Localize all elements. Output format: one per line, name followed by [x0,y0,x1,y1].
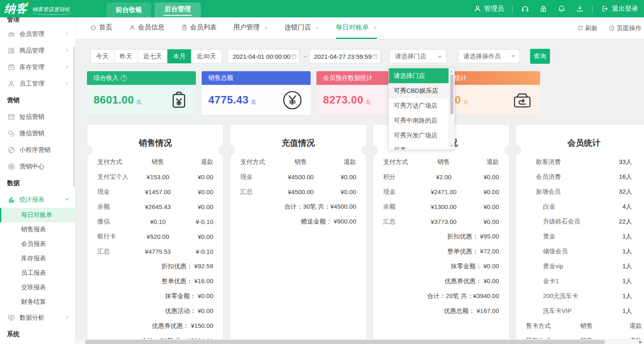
scroll-up-arrow-icon[interactable]: ▲ [449,69,454,74]
close-icon[interactable]: × [374,24,377,31]
summary-cards: 综合收入?8601.00元销售总额4775.43元会员预存数据统计8273.00… [87,71,540,115]
help-icon[interactable]: ? [121,75,127,81]
divider [512,5,513,12]
sidebar-item-营销中心[interactable]: 营销中心 [0,158,75,175]
tabbar-actions: 刷新 页面操作 [577,17,642,39]
logout-label: 退出登录 [612,5,638,13]
store-option-可秀CBD娱乐店[interactable]: 可秀CBD娱乐店 [389,83,449,98]
sidebar-subitem-每日对账单[interactable]: 每日对账单 [0,208,75,222]
tab-label: 会员列表 [190,23,217,32]
store-option-可秀[interactable]: 可秀 [389,143,449,149]
sidebar-subitem-财务结算[interactable]: 财务结算 [0,295,75,309]
tab-首页[interactable]: 首页 [90,17,112,39]
date-from-input[interactable]: 2021-04-01 00:00:00 [228,49,299,63]
tab-会员信息[interactable]: 会员信息 [129,17,164,39]
dropdown-scrollbar-thumb[interactable] [450,75,453,114]
report-panels: 销售情况支付方式销售退款支付宝个人¥153.00¥0.00现金¥1457.00¥… [87,124,644,344]
sidebar-item-label: 员工管理 [19,80,44,88]
summary-card-unit: 元 [365,94,371,106]
stat-row: 黄金1人 [526,229,642,244]
store-option-可秀中南路的店[interactable]: 可秀中南路的店 [389,113,449,128]
sidebar-scrollbar[interactable] [73,46,75,187]
download-icon[interactable] [576,5,584,13]
close-icon[interactable]: × [316,24,319,31]
app-header: 纳客 纳客管店更轻松 前台收银后台管理 管理员 退出登录 [0,0,644,17]
quick-range-本月[interactable]: 本月 [167,49,191,63]
quick-range-近30天[interactable]: 近30天 [191,49,222,63]
horizontal-scrollbar-thumb[interactable] [85,340,605,344]
store-option-可秀兴发广场店[interactable]: 可秀兴发广场店 [389,128,449,143]
store-option-可秀万达广场店[interactable]: 可秀万达广场店 [389,98,449,113]
quick-range-group: 今天昨天近七天本月近30天 [90,49,222,63]
table-row: 现金¥4500.00¥0.00 [240,169,356,184]
store-dropdown: 请选择门店可秀CBD娱乐店可秀万达广场店可秀中南路的店可秀兴发广场店可秀 ▲ ▼ [388,68,455,150]
summary-card-value: 4775.43 [208,94,248,106]
sidebar-subitem-销售报表[interactable]: 销售报表 [0,222,75,237]
refresh-button[interactable]: 刷新 [577,24,598,32]
bell-icon[interactable] [557,5,566,13]
table-row: 汇总¥4775.53¥-0.10 [97,244,213,259]
sidebar-item-统计报表[interactable]: 统计报表 [0,191,75,208]
stat-row: 散客消费33人 [526,154,642,169]
table-header-row: 支付方式销售退款 [383,154,499,169]
table-row: 微信¥0.10¥-0.10 [97,214,213,229]
panel-summary: 折扣优惠： ¥95.00整单优惠： ¥72.00抹零金额： ¥0.00优惠券优惠… [373,229,509,318]
summary-line: 优惠券优惠： ¥150.00 [97,318,213,333]
close-icon[interactable]: × [264,24,268,31]
tab-每日对账单[interactable]: 每日对账单× [336,17,377,39]
sidebar-item-label: 库存管理 [19,63,44,71]
sms-icon [7,113,15,121]
sidebar-item-员工管理[interactable]: 员工管理 [0,75,75,92]
store-select[interactable]: 请选择门店 [390,49,446,63]
header-nav-tab[interactable]: 前台收银 [106,2,151,17]
list-icon [181,24,188,31]
summary-line: 优惠券优惠： ¥0.00 [383,274,499,289]
header-nav-tab[interactable]: 后台管理 [154,2,201,17]
stat-row: 储值会员1人 [526,244,642,259]
logout-button[interactable]: 退出登录 [601,5,638,13]
sidebar-subitem-库存报表[interactable]: 库存报表 [0,251,75,266]
summary-line: 赠送金额： ¥900.00 [240,214,356,229]
header-nav: 前台收银后台管理 [106,0,204,17]
sidebar-item-库存管理[interactable]: 库存管理 [0,59,75,75]
user-menu[interactable]: 管理员 [473,5,504,13]
quick-range-近七天[interactable]: 近七天 [137,49,168,63]
sidebar-item-会员管理[interactable]: 会员管理 [0,26,75,42]
calendar-icon [371,53,379,60]
divider [592,5,593,12]
scroll-down-arrow-icon[interactable]: ▼ [449,144,454,149]
summary-card-body: 4775.43元 [202,85,311,115]
headset-icon[interactable] [521,5,529,13]
summary-line: 合计：30笔 共：¥4500.00 [240,199,356,214]
quick-range-昨天[interactable]: 昨天 [114,49,138,63]
calendar-icon [290,53,297,60]
tab-会员列表[interactable]: 会员列表 [181,17,217,39]
table-row: 余额¥2645.43¥0.00 [97,199,213,214]
store-option-请选择门店[interactable]: 请选择门店 [389,68,449,83]
sidebar-subitem-会员报表[interactable]: 会员报表 [0,237,75,251]
horizontal-scrollbar: ▶ [76,339,644,344]
stat-row: 200元洗车卡1人 [526,289,642,303]
tab-连锁门店[interactable]: 连锁门店× [285,17,319,39]
scroll-right-arrow-icon[interactable]: ▶ [638,339,643,344]
sidebar-section-label: 系统 [0,326,75,342]
summary-card-title: 销售总额 [208,74,233,82]
operator-select[interactable]: 请选择操作员 [458,49,520,63]
sidebar-subitem-交班报表[interactable]: 交班报表 [0,280,75,295]
sidebar-item-数据分析[interactable]: 数据分析 [0,309,75,326]
table-row: 积分¥2.00¥0.00 [383,169,499,184]
sidebar-item-商品管理[interactable]: 商品管理 [0,42,75,59]
sidebar-item-小程序营销[interactable]: 小程序营销 [0,142,75,158]
tab-用户管理[interactable]: 用户管理× [233,17,268,39]
search-button[interactable]: 查询 [530,49,550,64]
quick-range-今天[interactable]: 今天 [90,49,114,63]
lock-icon[interactable] [539,5,548,13]
summary-card-value: 8601.00 [94,94,134,106]
sidebar-item-微信营销[interactable]: 微信营销 [0,125,75,142]
sidebar-item-短信营销[interactable]: 短信营销 [0,108,75,125]
page-ops-button[interactable]: 页面操作 [608,24,642,32]
store-select-value: 请选择门店 [395,53,426,60]
date-to-input[interactable]: 2021-04-27 23:59:59 [309,49,381,63]
sidebar-subitem-员工报表[interactable]: 员工报表 [0,266,75,280]
sidebar-subitem-label: 会员报表 [21,240,46,248]
